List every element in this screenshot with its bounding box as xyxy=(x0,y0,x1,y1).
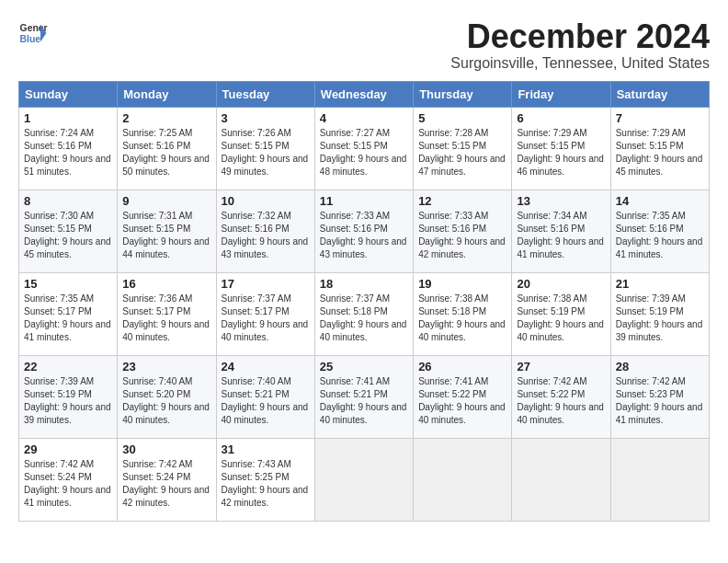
calendar-cell xyxy=(610,438,709,521)
calendar-cell: 29Sunrise: 7:42 AMSunset: 5:24 PMDayligh… xyxy=(19,438,118,521)
calendar-week-row: 22Sunrise: 7:39 AMSunset: 5:19 PMDayligh… xyxy=(19,355,710,438)
calendar-week-row: 15Sunrise: 7:35 AMSunset: 5:17 PMDayligh… xyxy=(19,272,710,355)
calendar-cell: 5Sunrise: 7:28 AMSunset: 5:15 PMDaylight… xyxy=(414,107,512,190)
calendar-cell: 18Sunrise: 7:37 AMSunset: 5:18 PMDayligh… xyxy=(314,272,413,355)
title-area: December 2024 Surgoinsville, Tennessee, … xyxy=(450,18,710,72)
day-info: Sunrise: 7:42 AMSunset: 5:24 PMDaylight:… xyxy=(24,458,112,510)
calendar-cell: 24Sunrise: 7:40 AMSunset: 5:21 PMDayligh… xyxy=(216,355,314,438)
weekday-header: Sunday xyxy=(19,81,118,107)
day-number: 28 xyxy=(616,360,704,373)
day-number: 26 xyxy=(418,360,506,373)
day-info: Sunrise: 7:42 AMSunset: 5:23 PMDaylight:… xyxy=(616,375,704,427)
day-number: 17 xyxy=(222,277,310,291)
day-number: 15 xyxy=(24,277,112,291)
day-number: 7 xyxy=(616,111,704,125)
day-info: Sunrise: 7:38 AMSunset: 5:18 PMDaylight:… xyxy=(418,293,506,344)
calendar-cell: 20Sunrise: 7:38 AMSunset: 5:19 PMDayligh… xyxy=(512,272,610,355)
day-info: Sunrise: 7:37 AMSunset: 5:17 PMDaylight:… xyxy=(222,293,310,344)
day-number: 31 xyxy=(222,442,310,456)
weekday-header: Thursday xyxy=(414,81,512,107)
calendar-cell xyxy=(512,438,610,521)
calendar-cell xyxy=(414,438,512,521)
day-number: 24 xyxy=(222,360,310,373)
calendar-cell: 8Sunrise: 7:30 AMSunset: 5:15 PMDaylight… xyxy=(19,190,118,272)
day-number: 6 xyxy=(517,111,605,125)
calendar-cell: 21Sunrise: 7:39 AMSunset: 5:19 PMDayligh… xyxy=(610,272,709,355)
day-number: 22 xyxy=(24,360,112,373)
calendar-cell: 9Sunrise: 7:31 AMSunset: 5:15 PMDaylight… xyxy=(118,190,216,272)
day-info: Sunrise: 7:33 AMSunset: 5:16 PMDaylight:… xyxy=(320,210,408,261)
calendar-week-row: 1Sunrise: 7:24 AMSunset: 5:16 PMDaylight… xyxy=(19,107,710,190)
day-number: 16 xyxy=(122,277,210,291)
day-number: 12 xyxy=(418,194,506,208)
day-info: Sunrise: 7:42 AMSunset: 5:24 PMDaylight:… xyxy=(122,458,210,510)
calendar-cell: 19Sunrise: 7:38 AMSunset: 5:18 PMDayligh… xyxy=(414,272,512,355)
day-info: Sunrise: 7:24 AMSunset: 5:16 PMDaylight:… xyxy=(24,127,112,178)
day-info: Sunrise: 7:37 AMSunset: 5:18 PMDaylight:… xyxy=(320,293,408,344)
day-number: 4 xyxy=(320,111,408,125)
calendar-cell: 7Sunrise: 7:29 AMSunset: 5:15 PMDaylight… xyxy=(610,107,709,190)
day-number: 10 xyxy=(222,194,310,208)
location-title: Surgoinsville, Tennessee, United States xyxy=(450,55,710,72)
logo-icon: General Blue xyxy=(18,18,48,48)
day-info: Sunrise: 7:42 AMSunset: 5:22 PMDaylight:… xyxy=(517,375,605,427)
calendar-cell: 13Sunrise: 7:34 AMSunset: 5:16 PMDayligh… xyxy=(512,190,610,272)
day-number: 23 xyxy=(122,360,210,373)
calendar-cell: 31Sunrise: 7:43 AMSunset: 5:25 PMDayligh… xyxy=(216,438,314,521)
calendar-cell: 12Sunrise: 7:33 AMSunset: 5:16 PMDayligh… xyxy=(414,190,512,272)
day-info: Sunrise: 7:41 AMSunset: 5:21 PMDaylight:… xyxy=(320,375,408,427)
day-number: 19 xyxy=(418,277,506,291)
day-info: Sunrise: 7:28 AMSunset: 5:15 PMDaylight:… xyxy=(418,127,506,178)
day-info: Sunrise: 7:26 AMSunset: 5:15 PMDaylight:… xyxy=(222,127,310,178)
day-number: 30 xyxy=(122,442,210,456)
day-info: Sunrise: 7:43 AMSunset: 5:25 PMDaylight:… xyxy=(222,458,310,510)
calendar-cell xyxy=(314,438,413,521)
day-info: Sunrise: 7:30 AMSunset: 5:15 PMDaylight:… xyxy=(24,210,112,261)
calendar-week-row: 29Sunrise: 7:42 AMSunset: 5:24 PMDayligh… xyxy=(19,438,710,521)
day-number: 29 xyxy=(24,442,112,456)
calendar-cell: 2Sunrise: 7:25 AMSunset: 5:16 PMDaylight… xyxy=(118,107,216,190)
calendar-cell: 27Sunrise: 7:42 AMSunset: 5:22 PMDayligh… xyxy=(512,355,610,438)
calendar-cell: 6Sunrise: 7:29 AMSunset: 5:15 PMDaylight… xyxy=(512,107,610,190)
day-info: Sunrise: 7:29 AMSunset: 5:15 PMDaylight:… xyxy=(616,127,704,178)
calendar-cell: 16Sunrise: 7:36 AMSunset: 5:17 PMDayligh… xyxy=(118,272,216,355)
day-info: Sunrise: 7:38 AMSunset: 5:19 PMDaylight:… xyxy=(517,293,605,344)
calendar-cell: 14Sunrise: 7:35 AMSunset: 5:16 PMDayligh… xyxy=(610,190,709,272)
day-number: 13 xyxy=(517,194,605,208)
day-info: Sunrise: 7:25 AMSunset: 5:16 PMDaylight:… xyxy=(122,127,210,178)
weekday-header: Wednesday xyxy=(314,81,413,107)
day-number: 11 xyxy=(320,194,408,208)
weekday-header: Friday xyxy=(512,81,610,107)
weekday-header: Monday xyxy=(118,81,216,107)
calendar-cell: 28Sunrise: 7:42 AMSunset: 5:23 PMDayligh… xyxy=(610,355,709,438)
calendar-cell: 3Sunrise: 7:26 AMSunset: 5:15 PMDaylight… xyxy=(216,107,314,190)
day-number: 8 xyxy=(24,194,112,208)
day-number: 20 xyxy=(517,277,605,291)
day-number: 5 xyxy=(418,111,506,125)
day-number: 9 xyxy=(122,194,210,208)
day-info: Sunrise: 7:32 AMSunset: 5:16 PMDaylight:… xyxy=(222,210,310,261)
calendar-cell: 17Sunrise: 7:37 AMSunset: 5:17 PMDayligh… xyxy=(216,272,314,355)
header: General Blue December 2024 Surgoinsville… xyxy=(18,18,710,72)
calendar-cell: 26Sunrise: 7:41 AMSunset: 5:22 PMDayligh… xyxy=(414,355,512,438)
day-info: Sunrise: 7:39 AMSunset: 5:19 PMDaylight:… xyxy=(24,375,112,427)
day-info: Sunrise: 7:29 AMSunset: 5:15 PMDaylight:… xyxy=(517,127,605,178)
calendar-cell: 1Sunrise: 7:24 AMSunset: 5:16 PMDaylight… xyxy=(19,107,118,190)
calendar-cell: 4Sunrise: 7:27 AMSunset: 5:15 PMDaylight… xyxy=(314,107,413,190)
day-info: Sunrise: 7:33 AMSunset: 5:16 PMDaylight:… xyxy=(418,210,506,261)
calendar-cell: 10Sunrise: 7:32 AMSunset: 5:16 PMDayligh… xyxy=(216,190,314,272)
day-info: Sunrise: 7:39 AMSunset: 5:19 PMDaylight:… xyxy=(616,293,704,344)
day-number: 2 xyxy=(122,111,210,125)
day-info: Sunrise: 7:35 AMSunset: 5:17 PMDaylight:… xyxy=(24,293,112,344)
day-number: 14 xyxy=(616,194,704,208)
day-info: Sunrise: 7:36 AMSunset: 5:17 PMDaylight:… xyxy=(122,293,210,344)
day-info: Sunrise: 7:40 AMSunset: 5:21 PMDaylight:… xyxy=(222,375,310,427)
calendar-cell: 23Sunrise: 7:40 AMSunset: 5:20 PMDayligh… xyxy=(118,355,216,438)
weekday-header: Saturday xyxy=(610,81,709,107)
calendar-cell: 22Sunrise: 7:39 AMSunset: 5:19 PMDayligh… xyxy=(19,355,118,438)
calendar-week-row: 8Sunrise: 7:30 AMSunset: 5:15 PMDaylight… xyxy=(19,190,710,272)
day-number: 25 xyxy=(320,360,408,373)
weekday-header: Tuesday xyxy=(216,81,314,107)
day-info: Sunrise: 7:27 AMSunset: 5:15 PMDaylight:… xyxy=(320,127,408,178)
day-number: 21 xyxy=(616,277,704,291)
